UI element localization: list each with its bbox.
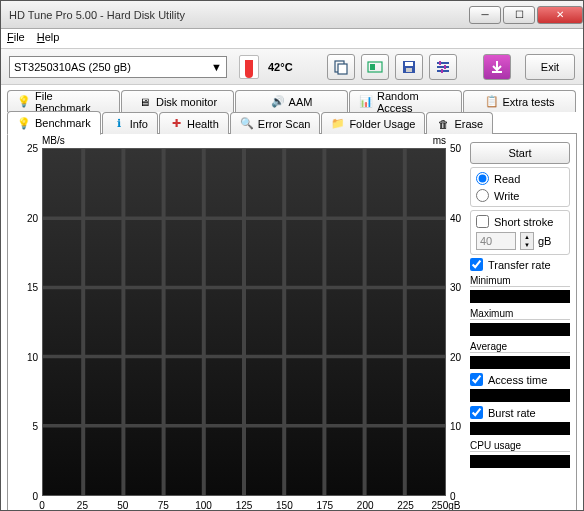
trash-icon: 🗑 — [436, 117, 450, 131]
access-time-checkbox[interactable]: Access time — [470, 373, 570, 386]
copy-button[interactable] — [327, 54, 355, 80]
save-button[interactable] — [395, 54, 423, 80]
cpu-usage-value — [470, 455, 570, 468]
short-stroke-input[interactable] — [476, 232, 516, 250]
tab-disk-monitor[interactable]: 🖥Disk monitor — [121, 90, 234, 112]
drive-select[interactable]: ST3250310AS (250 gB) ▼ — [9, 56, 227, 78]
cpu-usage-label: CPU usage — [470, 440, 570, 452]
menu-file[interactable]: File — [7, 31, 25, 46]
y-axis-right-label: ms — [433, 135, 446, 146]
y-axis-left-label: MB/s — [42, 135, 65, 146]
average-value — [470, 356, 570, 369]
tab-benchmark[interactable]: 💡Benchmark — [7, 111, 101, 135]
tab-random-access[interactable]: 📊Random Access — [349, 90, 462, 112]
start-button[interactable]: Start — [470, 142, 570, 164]
y-axis-right: 01020304050 — [448, 148, 466, 496]
maximize-button[interactable]: ☐ — [503, 6, 535, 24]
svg-rect-1 — [338, 64, 347, 74]
tab-info[interactable]: ℹInfo — [102, 112, 158, 134]
tests-icon: 📋 — [485, 95, 499, 109]
transfer-rate-checkbox[interactable]: Transfer rate — [470, 258, 570, 271]
svg-rect-12 — [441, 69, 443, 73]
svg-rect-3 — [370, 64, 375, 70]
maximum-label: Maximum — [470, 308, 570, 320]
tab-erase[interactable]: 🗑Erase — [426, 112, 493, 134]
y-axis-left: 0510152025 — [14, 148, 40, 496]
average-label: Average — [470, 341, 570, 353]
tab-aam[interactable]: 🔊AAM — [235, 90, 348, 112]
minimum-value — [470, 290, 570, 303]
maximum-value — [470, 323, 570, 336]
tab-extra-tests[interactable]: 📋Extra tests — [463, 90, 576, 112]
side-panel: Start Read Write Short stroke ▲▼ gB Tran… — [470, 140, 570, 511]
health-icon: ✚ — [169, 117, 183, 131]
menu-help[interactable]: Help — [37, 31, 60, 46]
screenshot-button[interactable] — [361, 54, 389, 80]
svg-rect-7 — [437, 62, 449, 64]
titlebar: HD Tune Pro 5.00 - Hard Disk Utility ─ ☐… — [1, 1, 583, 29]
tab-file-benchmark[interactable]: 💡File Benchmark — [7, 90, 120, 112]
svg-rect-8 — [437, 66, 449, 68]
close-button[interactable]: ✕ — [537, 6, 583, 24]
info-icon: ℹ — [112, 117, 126, 131]
thermometer-icon — [239, 55, 259, 79]
stroke-unit: gB — [538, 235, 551, 247]
svg-rect-10 — [439, 61, 441, 65]
read-radio[interactable]: Read — [476, 172, 564, 185]
benchmark-chart: MB/s ms 0510152025 01020304050 025507510… — [14, 140, 466, 511]
burst-rate-value — [470, 422, 570, 435]
x-axis: 0255075100125150175200225250gB — [42, 498, 446, 511]
monitor-icon: 🖥 — [138, 95, 152, 109]
speaker-icon: 🔊 — [271, 95, 285, 109]
svg-rect-11 — [444, 65, 446, 69]
drive-select-value: ST3250310AS (250 gB) — [14, 61, 131, 73]
settings-button[interactable] — [429, 54, 457, 80]
tabrow-upper: 💡File Benchmark 🖥Disk monitor 🔊AAM 📊Rand… — [7, 89, 577, 111]
tabrow-lower: 💡Benchmark ℹInfo ✚Health 🔍Error Scan 📁Fo… — [7, 111, 577, 133]
svg-rect-6 — [406, 68, 412, 72]
short-stroke-checkbox[interactable]: Short stroke — [476, 215, 564, 228]
bulb-icon: 💡 — [17, 95, 31, 109]
burst-rate-checkbox[interactable]: Burst rate — [470, 406, 570, 419]
random-icon: 📊 — [359, 95, 373, 109]
tab-error-scan[interactable]: 🔍Error Scan — [230, 112, 321, 134]
exit-button[interactable]: Exit — [525, 54, 575, 80]
svg-rect-13 — [492, 71, 502, 73]
svg-rect-5 — [405, 62, 413, 66]
tab-panel: MB/s ms 0510152025 01020304050 025507510… — [7, 133, 577, 511]
tab-folder-usage[interactable]: 📁Folder Usage — [321, 112, 425, 134]
menubar: File Help — [1, 29, 583, 49]
window-title: HD Tune Pro 5.00 - Hard Disk Utility — [9, 9, 467, 21]
tab-health[interactable]: ✚Health — [159, 112, 229, 134]
bulb-icon: 💡 — [17, 116, 31, 130]
download-button[interactable] — [483, 54, 511, 80]
minimum-label: Minimum — [470, 275, 570, 287]
stepper-arrows[interactable]: ▲▼ — [520, 232, 534, 250]
temperature-value: 42°C — [268, 61, 293, 73]
dropdown-icon: ▼ — [211, 61, 222, 73]
write-radio[interactable]: Write — [476, 189, 564, 202]
toolbar: ST3250310AS (250 gB) ▼ 42°C Exit — [1, 49, 583, 85]
folder-icon: 📁 — [331, 117, 345, 131]
minimize-button[interactable]: ─ — [469, 6, 501, 24]
search-icon: 🔍 — [240, 117, 254, 131]
access-time-value — [470, 389, 570, 402]
